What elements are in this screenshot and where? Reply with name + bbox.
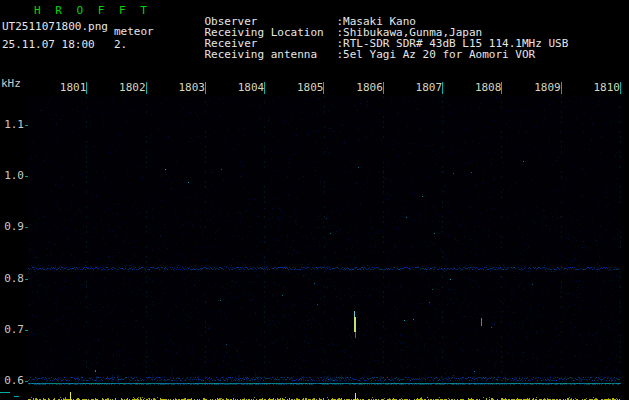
- info-value: :5el Yagi Az 20 for Aomori VOR: [337, 48, 536, 61]
- time-tick-label: 1805: [265, 82, 324, 94]
- level-trace-canvas: [28, 391, 621, 400]
- freq-tick-label: 1.1: [0, 119, 24, 130]
- observation-mode-label: meteor: [114, 26, 154, 37]
- station-info: Observer:Masaki Kano Receiving Location:…: [178, 5, 568, 49]
- time-tick-label: 1807: [384, 82, 443, 94]
- freq-tick-label: 0.8: [0, 273, 24, 284]
- spectrogram-panel: [28, 96, 621, 385]
- time-tick-label: 1803: [147, 82, 206, 94]
- output-filename: UT2511071800.png: [2, 21, 108, 32]
- y-axis-unit: kHz: [1, 78, 21, 89]
- freq-tick-label: 0.9: [0, 221, 24, 232]
- echo-count: 2.: [114, 39, 127, 50]
- level-scale-mark: [14, 396, 19, 397]
- time-tick-label: 1808: [443, 82, 502, 94]
- info-label: Receiving antenna: [205, 49, 337, 60]
- time-tick-label: 1806: [324, 82, 383, 94]
- time-tick-label: 1810: [562, 82, 621, 94]
- freq-tick-label: 0.7: [0, 324, 24, 335]
- level-panel: [28, 388, 621, 400]
- freq-tick-label: 0.6: [0, 375, 24, 386]
- time-tick-label: 1801: [28, 82, 87, 94]
- time-axis: 1801 1802 1803 1804 1805 1806 1807 1808 …: [28, 82, 621, 94]
- level-scale-mark: [0, 392, 10, 393]
- time-tick-label: 1804: [206, 82, 265, 94]
- datetime-label: 25.11.07 18:00: [2, 39, 95, 50]
- time-tick-label: 1809: [502, 82, 561, 94]
- info-row-observer: Observer:Masaki Kano: [178, 5, 568, 16]
- spectrogram-canvas: [28, 96, 621, 385]
- freq-tick-label: 1.0: [0, 170, 24, 181]
- app-title: H R O F F T: [34, 5, 151, 16]
- hrofft-output-page: { "header": { "title": "H R O F F T", "f…: [0, 0, 629, 400]
- time-tick-label: 1802: [87, 82, 146, 94]
